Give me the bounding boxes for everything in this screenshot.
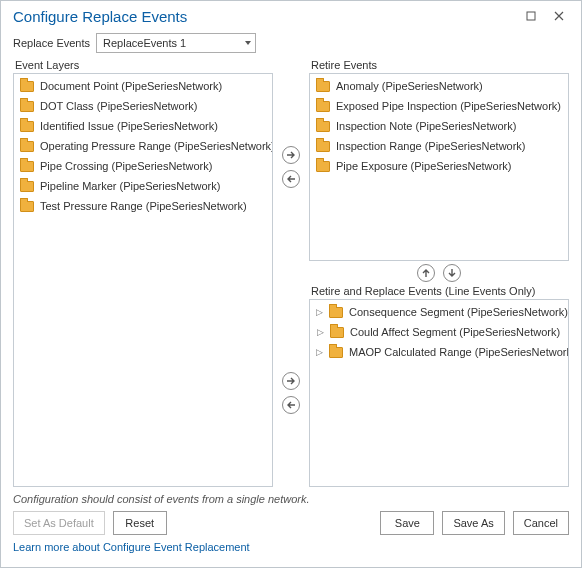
event-layers-label: Event Layers (13, 59, 273, 71)
move-right-button-2[interactable] (282, 372, 300, 390)
list-item[interactable]: Pipe Exposure (PipeSeriesNetwork) (310, 156, 568, 176)
layer-icon (329, 347, 343, 358)
list-item[interactable]: Anomaly (PipeSeriesNetwork) (310, 76, 568, 96)
tree-expand-icon[interactable]: ▷ (316, 324, 324, 340)
layer-icon (20, 81, 34, 92)
list-item[interactable]: Pipeline Marker (PipeSeriesNetwork) (14, 176, 272, 196)
list-item-label: Test Pressure Range (PipeSeriesNetwork) (40, 198, 247, 214)
event-layers-list[interactable]: Document Point (PipeSeriesNetwork)DOT Cl… (13, 73, 273, 487)
list-item-label: MAOP Calculated Range (PipeSeriesNetwork… (349, 344, 569, 360)
svg-rect-0 (527, 12, 535, 20)
reset-button[interactable]: Reset (113, 511, 167, 535)
list-item-label: Pipeline Marker (PipeSeriesNetwork) (40, 178, 220, 194)
retire-replace-label: Retire and Replace Events (Line Events O… (309, 285, 569, 297)
retire-events-list[interactable]: Anomaly (PipeSeriesNetwork)Exposed Pipe … (309, 73, 569, 261)
list-item-label: Could Affect Segment (PipeSeriesNetwork) (350, 324, 560, 340)
learn-more-link[interactable]: Learn more about Configure Event Replace… (13, 541, 569, 559)
list-item[interactable]: Exposed Pipe Inspection (PipeSeriesNetwo… (310, 96, 568, 116)
list-item[interactable]: Operating Pressure Range (PipeSeriesNetw… (14, 136, 272, 156)
save-as-button[interactable]: Save As (442, 511, 504, 535)
list-item[interactable]: ▷Consequence Segment (PipeSeriesNetwork) (310, 302, 568, 322)
layer-icon (20, 161, 34, 172)
layer-icon (20, 121, 34, 132)
move-down-button[interactable] (443, 264, 461, 282)
panels: Event Layers Retire Events Document Poin… (13, 59, 569, 487)
list-item[interactable]: DOT Class (PipeSeriesNetwork) (14, 96, 272, 116)
list-item[interactable]: Inspection Note (PipeSeriesNetwork) (310, 116, 568, 136)
layer-icon (329, 307, 343, 318)
maximize-button[interactable] (517, 4, 545, 28)
titlebar: Configure Replace Events (1, 1, 581, 31)
list-item[interactable]: ▷Could Affect Segment (PipeSeriesNetwork… (310, 322, 568, 342)
layer-icon (20, 101, 34, 112)
move-up-button[interactable] (417, 264, 435, 282)
list-item[interactable]: Inspection Range (PipeSeriesNetwork) (310, 136, 568, 156)
list-item-label: Operating Pressure Range (PipeSeriesNetw… (40, 138, 273, 154)
move-right-button[interactable] (282, 146, 300, 164)
reorder-buttons (309, 261, 569, 285)
list-item-label: DOT Class (PipeSeriesNetwork) (40, 98, 198, 114)
layer-icon (316, 121, 330, 132)
list-item-label: Consequence Segment (PipeSeriesNetwork) (349, 304, 568, 320)
layer-icon (316, 161, 330, 172)
move-buttons-bottom (277, 299, 305, 487)
replace-events-combo-value: ReplaceEvents 1 (103, 37, 186, 49)
chevron-down-icon (245, 41, 251, 45)
replace-events-combo[interactable]: ReplaceEvents 1 (96, 33, 256, 53)
save-button[interactable]: Save (380, 511, 434, 535)
layer-icon (20, 201, 34, 212)
list-item[interactable]: Identified Issue (PipeSeriesNetwork) (14, 116, 272, 136)
list-item-label: Inspection Range (PipeSeriesNetwork) (336, 138, 526, 154)
window-title: Configure Replace Events (13, 8, 187, 25)
list-item-label: Pipe Exposure (PipeSeriesNetwork) (336, 158, 511, 174)
list-item[interactable]: Test Pressure Range (PipeSeriesNetwork) (14, 196, 272, 216)
dialog: Configure Replace Events Replace Events … (0, 0, 582, 568)
layer-icon (330, 327, 344, 338)
list-item-label: Identified Issue (PipeSeriesNetwork) (40, 118, 218, 134)
move-left-button[interactable] (282, 170, 300, 188)
replace-events-row: Replace Events ReplaceEvents 1 (13, 33, 569, 53)
close-button[interactable] (545, 4, 573, 28)
layer-icon (20, 141, 34, 152)
move-buttons-top (277, 73, 305, 261)
tree-expand-icon[interactable]: ▷ (316, 344, 323, 360)
list-item[interactable]: ▷MAOP Calculated Range (PipeSeriesNetwor… (310, 342, 568, 362)
list-item-label: Document Point (PipeSeriesNetwork) (40, 78, 222, 94)
set-default-button[interactable]: Set As Default (13, 511, 105, 535)
button-bar: Set As Default Reset Save Save As Cancel (13, 511, 569, 541)
list-item[interactable]: Document Point (PipeSeriesNetwork) (14, 76, 272, 96)
retire-replace-list[interactable]: ▷Consequence Segment (PipeSeriesNetwork)… (309, 299, 569, 487)
layer-icon (20, 181, 34, 192)
list-item-label: Exposed Pipe Inspection (PipeSeriesNetwo… (336, 98, 561, 114)
list-item-label: Anomaly (PipeSeriesNetwork) (336, 78, 483, 94)
list-item-label: Inspection Note (PipeSeriesNetwork) (336, 118, 516, 134)
layer-icon (316, 141, 330, 152)
move-left-button-2[interactable] (282, 396, 300, 414)
content: Replace Events ReplaceEvents 1 Event Lay… (1, 31, 581, 567)
hint-text: Configuration should consist of events f… (13, 493, 569, 505)
retire-events-label: Retire Events (309, 59, 569, 71)
layer-icon (316, 81, 330, 92)
replace-events-label: Replace Events (13, 37, 90, 49)
list-item[interactable]: Pipe Crossing (PipeSeriesNetwork) (14, 156, 272, 176)
list-item-label: Pipe Crossing (PipeSeriesNetwork) (40, 158, 212, 174)
cancel-button[interactable]: Cancel (513, 511, 569, 535)
layer-icon (316, 101, 330, 112)
tree-expand-icon[interactable]: ▷ (316, 304, 323, 320)
